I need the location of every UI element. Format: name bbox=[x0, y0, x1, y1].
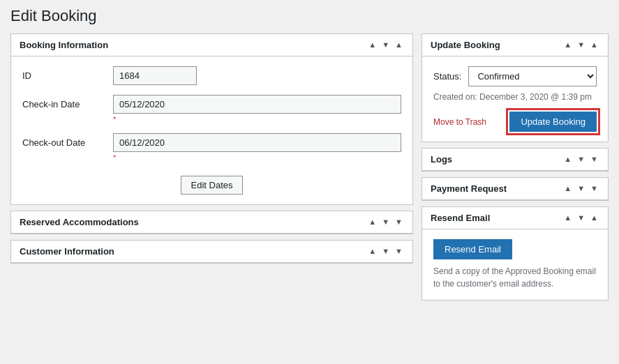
move-to-trash-button[interactable]: Move to Trash bbox=[433, 117, 486, 127]
resend-email-panel: Resend Email ▲ ▼ ▲ Resend Email Send a c… bbox=[422, 206, 609, 301]
reserved-down-btn[interactable]: ▼ bbox=[380, 218, 391, 226]
checkout-input[interactable] bbox=[113, 133, 401, 152]
checkout-note: * bbox=[113, 153, 401, 162]
resend-email-button[interactable]: Resend Email bbox=[433, 239, 512, 259]
edit-dates-button[interactable]: Edit Dates bbox=[181, 176, 244, 195]
customer-header: Customer Information ▲ ▼ ▼ bbox=[11, 241, 412, 263]
resend-up-btn[interactable]: ▲ bbox=[562, 214, 573, 222]
status-select[interactable]: Confirmed Pending Cancelled Completed bbox=[468, 66, 597, 86]
checkin-note: * bbox=[113, 115, 401, 123]
created-on-text: Created on: December 3, 2020 @ 1:39 pm bbox=[433, 92, 597, 102]
id-input[interactable] bbox=[113, 66, 197, 85]
reserved-up-btn[interactable]: ▲ bbox=[367, 218, 378, 226]
logs-header: Logs ▲ ▼ ▼ bbox=[422, 149, 608, 171]
customer-information-panel: Customer Information ▲ ▼ ▼ bbox=[10, 240, 413, 264]
resend-header: Resend Email ▲ ▼ ▲ bbox=[422, 207, 608, 229]
update-booking-body: Status: Confirmed Pending Cancelled Comp… bbox=[422, 56, 608, 142]
status-label: Status: bbox=[433, 71, 461, 82]
update-booking-down-btn[interactable]: ▼ bbox=[576, 41, 586, 49]
resend-body: Resend Email Send a copy of the Approved… bbox=[422, 229, 608, 300]
reserved-header: Reserved Accommodations ▲ ▼ ▼ bbox=[11, 211, 412, 234]
payment-header: Payment Request ▲ ▼ ▼ bbox=[422, 178, 608, 200]
action-row: Move to Trash Update Booking bbox=[433, 112, 597, 132]
payment-request-panel: Payment Request ▲ ▼ ▼ bbox=[422, 177, 609, 201]
payment-controls: ▲ ▼ ▼ bbox=[562, 185, 599, 192]
customer-up-btn[interactable]: ▲ bbox=[367, 248, 378, 255]
booking-info-controls: ▲ ▼ ▲ bbox=[367, 41, 404, 49]
logs-title: Logs bbox=[431, 154, 452, 165]
status-row: Status: Confirmed Pending Cancelled Comp… bbox=[433, 66, 597, 86]
reserved-title: Reserved Accommodations bbox=[20, 217, 139, 227]
checkout-field-row: Check-out Date * bbox=[22, 133, 401, 162]
checkin-field-row: Check-in Date * bbox=[22, 95, 401, 123]
checkin-input[interactable] bbox=[113, 95, 401, 114]
booking-info-up-btn[interactable]: ▲ bbox=[367, 41, 378, 49]
update-booking-controls: ▲ ▼ ▲ bbox=[562, 41, 599, 49]
logs-toggle-btn[interactable]: ▼ bbox=[589, 156, 599, 163]
payment-title: Payment Request bbox=[431, 183, 507, 194]
booking-info-body: ID Check-in Date * Check-out Date bbox=[11, 56, 412, 204]
checkin-field-value: * bbox=[113, 95, 401, 123]
update-booking-header: Update Booking ▲ ▼ ▲ bbox=[422, 34, 608, 56]
booking-info-title: Booking Information bbox=[20, 40, 108, 50]
resend-down-btn[interactable]: ▼ bbox=[576, 214, 586, 222]
booking-info-down-btn[interactable]: ▼ bbox=[380, 41, 391, 49]
payment-down-btn[interactable]: ▼ bbox=[576, 185, 586, 192]
customer-controls: ▲ ▼ ▼ bbox=[367, 248, 404, 255]
update-booking-up-btn[interactable]: ▲ bbox=[562, 41, 573, 49]
booking-information-panel: Booking Information ▲ ▼ ▲ ID bbox=[10, 33, 413, 205]
logs-up-btn[interactable]: ▲ bbox=[562, 156, 573, 163]
logs-panel: Logs ▲ ▼ ▼ bbox=[422, 148, 609, 172]
customer-title: Customer Information bbox=[20, 246, 114, 257]
reserved-accommodations-panel: Reserved Accommodations ▲ ▼ ▼ bbox=[10, 211, 413, 234]
update-booking-toggle-btn[interactable]: ▲ bbox=[589, 41, 599, 49]
logs-down-btn[interactable]: ▼ bbox=[576, 156, 586, 163]
main-column: Booking Information ▲ ▼ ▲ ID bbox=[10, 33, 413, 264]
customer-down-btn[interactable]: ▼ bbox=[380, 248, 391, 255]
logs-controls: ▲ ▼ ▼ bbox=[562, 156, 599, 163]
update-booking-button[interactable]: Update Booking bbox=[509, 112, 597, 132]
resend-toggle-btn[interactable]: ▲ bbox=[589, 214, 599, 222]
resend-note: Send a copy of the Approved Booking emai… bbox=[433, 265, 597, 290]
payment-toggle-btn[interactable]: ▼ bbox=[589, 185, 599, 192]
reserved-controls: ▲ ▼ ▼ bbox=[367, 218, 404, 226]
payment-up-btn[interactable]: ▲ bbox=[562, 185, 573, 192]
resend-controls: ▲ ▼ ▲ bbox=[562, 214, 599, 222]
update-booking-panel: Update Booking ▲ ▼ ▲ Status: Confirmed P… bbox=[422, 33, 609, 142]
id-label: ID bbox=[22, 66, 113, 81]
checkout-field-value: * bbox=[113, 133, 401, 162]
resend-title: Resend Email bbox=[431, 213, 490, 223]
id-field-value bbox=[113, 66, 401, 85]
customer-toggle-btn[interactable]: ▼ bbox=[394, 248, 404, 255]
side-column: Update Booking ▲ ▼ ▲ Status: Confirmed P… bbox=[422, 33, 609, 301]
reserved-toggle-btn[interactable]: ▼ bbox=[394, 218, 404, 226]
checkout-label: Check-out Date bbox=[22, 133, 113, 148]
id-field-row: ID bbox=[22, 66, 401, 85]
update-booking-title: Update Booking bbox=[431, 40, 500, 50]
checkin-label: Check-in Date bbox=[22, 95, 113, 109]
booking-info-toggle-btn[interactable]: ▲ bbox=[394, 41, 404, 49]
booking-info-header: Booking Information ▲ ▼ ▲ bbox=[11, 34, 412, 56]
page-title: Edit Booking bbox=[10, 7, 609, 25]
